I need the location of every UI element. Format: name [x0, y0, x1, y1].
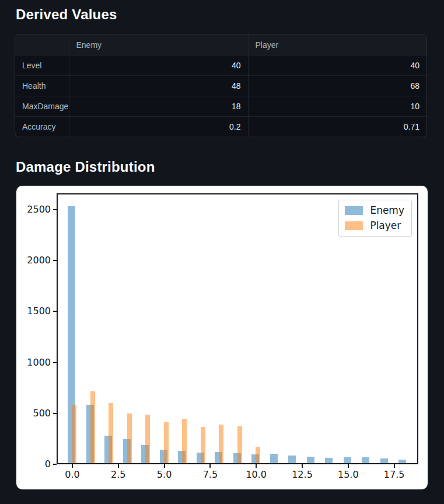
x-axis-tick-label: 7.5 — [193, 470, 228, 480]
enemy-bar — [344, 457, 351, 463]
legend-entry-enemy: Enemy — [345, 206, 404, 215]
y-axis-tick-label: 500 — [20, 408, 51, 419]
enemy-bar — [307, 457, 314, 463]
enemy-bar — [325, 458, 333, 463]
x-axis-tick — [164, 464, 165, 468]
x-axis-tick — [118, 464, 119, 468]
y-axis-tick — [53, 464, 57, 465]
row-label-health: Health — [15, 76, 69, 96]
x-axis-tick — [256, 464, 257, 468]
x-axis-tick — [209, 464, 211, 468]
table-header-empty — [15, 34, 69, 55]
y-axis-tick — [53, 311, 57, 312]
x-axis-tick — [302, 464, 303, 468]
x-axis-tick-label: 2.5 — [101, 470, 136, 480]
y-axis-tick — [53, 362, 57, 363]
row-label-accuracy: Accuracy — [15, 117, 69, 137]
accuracy-enemy-value: 0.2 — [69, 117, 248, 137]
x-axis-tick — [348, 464, 349, 468]
maxdamage-enemy-value: 18 — [69, 96, 248, 117]
health-enemy-value: 48 — [69, 76, 248, 96]
y-axis-tick-label: 2000 — [20, 255, 51, 266]
legend-label-player: Player — [370, 221, 401, 231]
table-header-enemy: Enemy — [69, 34, 248, 55]
y-axis-tick-label: 1500 — [20, 306, 51, 317]
x-axis-tick-label: 0.0 — [55, 470, 90, 480]
x-axis-tick-label: 17.5 — [377, 470, 412, 480]
table-row: Health 48 68 — [15, 76, 426, 96]
bar-overlap — [237, 453, 241, 463]
x-axis-tick — [394, 464, 395, 468]
plot-area: Enemy Player — [57, 193, 418, 464]
enemy-bar — [398, 460, 406, 463]
x-axis-tick-label: 10.0 — [239, 470, 274, 480]
y-axis-tick — [53, 413, 57, 414]
level-player-value: 40 — [248, 55, 426, 76]
maxdamage-player-value: 10 — [248, 96, 426, 117]
bar-overlap — [145, 445, 149, 463]
derived-values-table: Enemy Player Level 40 40 Health 48 68 Ma… — [15, 34, 427, 137]
bar-overlap — [109, 436, 112, 463]
legend-swatch-enemy-icon — [345, 206, 363, 215]
table-row: Accuracy 0.2 0.71 — [15, 117, 426, 137]
legend-entry-player: Player — [345, 221, 404, 231]
y-axis-tick-label: 2500 — [20, 204, 51, 215]
table-header-player: Player — [248, 34, 426, 55]
bar-overlap — [182, 451, 186, 463]
derived-values-heading: Derived Values — [16, 6, 117, 23]
bar-overlap — [201, 453, 204, 463]
level-enemy-value: 40 — [69, 55, 248, 76]
damage-distribution-heading: Damage Distribution — [16, 159, 155, 175]
bar-overlap — [164, 450, 167, 463]
bar-overlap — [72, 405, 75, 463]
y-axis-tick — [53, 209, 57, 210]
enemy-bar — [288, 456, 296, 463]
y-axis-tick — [53, 260, 57, 261]
table-row: Level 40 40 — [15, 55, 426, 76]
chart-legend: Enemy Player — [338, 200, 412, 237]
bar-overlap — [219, 452, 222, 463]
x-axis-tick-label: 5.0 — [147, 470, 182, 480]
y-axis-tick-label: 1000 — [20, 357, 51, 368]
legend-swatch-player-icon — [345, 221, 363, 230]
x-axis-tick-label: 15.0 — [331, 470, 366, 480]
row-label-level: Level — [15, 55, 69, 76]
x-axis-tick-label: 12.5 — [285, 470, 320, 480]
damage-distribution-chart: Enemy Player 050010001500200025000.02.55… — [16, 186, 428, 489]
bar-overlap — [127, 439, 131, 463]
app-root: Derived Values Enemy Player Level 40 40 … — [0, 0, 444, 504]
accuracy-player-value: 0.71 — [248, 117, 426, 137]
x-axis-tick — [72, 464, 73, 468]
legend-label-enemy: Enemy — [370, 206, 404, 215]
y-axis-tick-label: 0 — [20, 459, 51, 470]
enemy-bar — [380, 458, 388, 463]
bar-overlap — [256, 454, 259, 463]
enemy-bar — [270, 454, 278, 463]
table-row: MaxDamage 18 10 — [15, 96, 426, 117]
bar-overlap — [90, 405, 94, 463]
enemy-bar — [362, 457, 369, 463]
row-label-maxdamage: MaxDamage — [15, 96, 69, 117]
health-player-value: 68 — [248, 76, 426, 96]
table-header-row: Enemy Player — [15, 34, 426, 55]
